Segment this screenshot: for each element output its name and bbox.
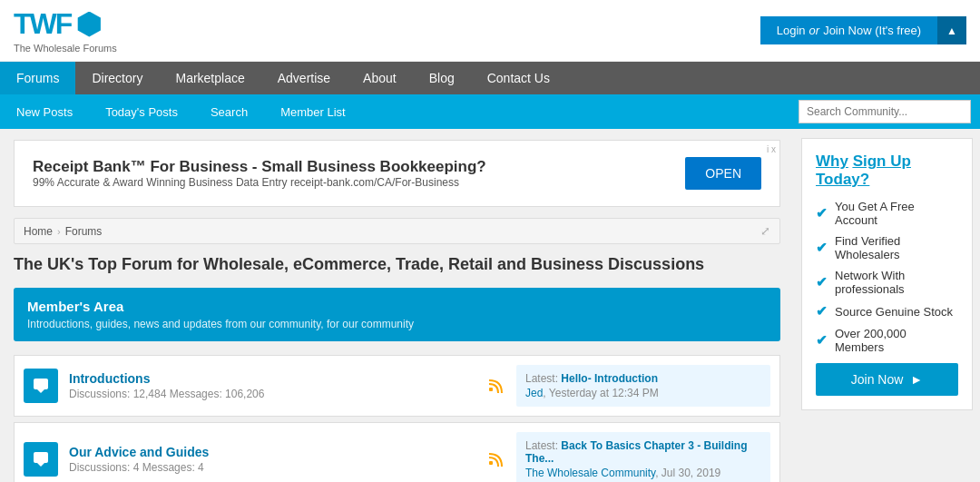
ad-desc: 99% Accurate & Award Winning Business Da… [33, 176, 486, 189]
forum-title-introductions[interactable]: Introductions [69, 371, 476, 386]
left-content: i x Receipt Bank™ For Business - Small B… [0, 129, 794, 482]
svg-rect-2 [489, 388, 493, 391]
sidebar: Why Sign Up Today? ✔ You Get A Free Acco… [794, 129, 980, 482]
benefit-label-2: Network With professionals [835, 269, 958, 296]
benefit-label-0: You Get A Free Account [835, 200, 958, 227]
forum-meta-introductions: Discussions: 12,484 Messages: 106,206 [69, 388, 476, 400]
check-icon-3: ✔ [816, 303, 828, 320]
members-area-desc: Introductions, guides, news and updates … [27, 318, 767, 330]
svg-marker-4 [37, 463, 44, 467]
check-icon-1: ✔ [816, 240, 828, 256]
benefit-3: ✔ Source Genuine Stock [816, 303, 958, 320]
latest-author-introductions[interactable]: Jed [525, 387, 543, 399]
main-content: i x Receipt Bank™ For Business - Small B… [0, 129, 980, 482]
subnav-todays-posts[interactable]: Today's Posts [89, 98, 194, 126]
login-area: Login or Join Now (It's free) ▲ [760, 16, 966, 44]
benefit-label-4: Over 200,000 Members [835, 327, 958, 354]
search-input[interactable] [799, 100, 971, 123]
benefit-2: ✔ Network With professionals [816, 269, 958, 296]
header: TWF The Wholesale Forums Login or Join N… [0, 0, 980, 62]
ad-corner[interactable]: i x [767, 144, 776, 154]
benefit-1: ✔ Find Verified Wholesalers [816, 234, 958, 261]
logo-hex-icon [76, 12, 102, 37]
forum-latest-guides: Latest: Back To Basics Chapter 3 - Build… [516, 432, 770, 482]
search-area [789, 94, 980, 129]
join-label: Join Now (It's free) [823, 24, 921, 37]
forum-row: Our Advice and Guides Discussions: 4 Mes… [14, 422, 780, 482]
ad-text: Receipt Bank™ For Business - Small Busin… [33, 158, 486, 189]
join-now-button[interactable]: Join Now ► [816, 363, 958, 396]
svg-rect-3 [34, 452, 48, 463]
ad-title: Receipt Bank™ For Business - Small Busin… [33, 158, 486, 176]
nav-item-directory[interactable]: Directory [75, 62, 159, 94]
check-icon-2: ✔ [816, 274, 828, 290]
ad-inner: Receipt Bank™ For Business - Small Busin… [15, 141, 779, 206]
nav-item-advertise[interactable]: Advertise [261, 62, 347, 94]
join-arrow-icon: ► [910, 372, 923, 387]
forum-row: Introductions Discussions: 12,484 Messag… [14, 355, 780, 417]
signup-why: Why [816, 152, 848, 170]
latest-author-guides[interactable]: The Wholesale Community [525, 467, 655, 479]
login-label: Login [777, 24, 806, 37]
latest-link-introductions[interactable]: Hello- Introduction [561, 372, 658, 385]
signup-headline: Why Sign Up Today? [816, 152, 958, 189]
ad-open-button[interactable]: OPEN [685, 157, 761, 190]
svg-rect-0 [34, 379, 48, 389]
rss-icon-guides[interactable] [487, 450, 505, 468]
benefit-label-1: Find Verified Wholesalers [835, 234, 958, 261]
subnav-new-posts[interactable]: New Posts [0, 98, 89, 126]
benefit-label-3: Source Genuine Stock [835, 305, 953, 319]
nav-item-contact[interactable]: Contact Us [471, 62, 566, 94]
benefit-0: ✔ You Get A Free Account [816, 200, 958, 227]
members-area: Member's Area Introductions, guides, new… [14, 288, 780, 341]
signup-box: Why Sign Up Today? ✔ You Get A Free Acco… [801, 138, 973, 410]
login-arrow-button[interactable]: ▲ [937, 16, 966, 44]
latest-time-guides: Jul 30, 2019 [662, 467, 720, 479]
subnav-search[interactable]: Search [194, 98, 264, 126]
svg-marker-1 [37, 389, 44, 393]
logo-subtitle: The Wholesale Forums [14, 43, 117, 54]
members-area-title: Member's Area [27, 299, 767, 314]
forum-icon-introductions [24, 369, 58, 403]
join-btn-label: Join Now [851, 372, 904, 387]
forum-info-guides: Our Advice and Guides Discussions: 4 Mes… [69, 445, 476, 474]
nav-item-blog[interactable]: Blog [413, 62, 471, 94]
breadcrumb-current: Forums [65, 225, 103, 238]
check-icon-0: ✔ [816, 205, 828, 221]
subnav-member-list[interactable]: Member List [264, 98, 362, 126]
logo-text: TWF [14, 7, 71, 41]
benefit-4: ✔ Over 200,000 Members [816, 327, 958, 354]
login-join-button[interactable]: Login or Join Now (It's free) [760, 16, 937, 44]
breadcrumb-expand-icon[interactable]: ⤢ [760, 224, 770, 238]
nav-item-marketplace[interactable]: Marketplace [159, 62, 260, 94]
breadcrumb-home[interactable]: Home [24, 225, 53, 238]
ad-banner: i x Receipt Bank™ For Business - Small B… [14, 140, 780, 207]
nav-item-about[interactable]: About [347, 62, 413, 94]
rss-icon-introductions[interactable] [487, 377, 505, 395]
forum-meta-guides: Discussions: 4 Messages: 4 [69, 461, 476, 474]
forum-info-introductions: Introductions Discussions: 12,484 Messag… [69, 371, 476, 400]
nav-bar: Forums Directory Marketplace Advertise A… [0, 62, 980, 94]
or-text: or [809, 24, 820, 37]
latest-time-introductions: Yesterday at 12:34 PM [549, 387, 659, 399]
sub-nav: New Posts Today's Posts Search Member Li… [0, 94, 980, 129]
svg-rect-5 [489, 461, 493, 465]
logo-area: TWF The Wholesale Forums [14, 7, 117, 54]
forum-latest-introductions: Latest: Hello- Introduction Jed, Yesterd… [516, 365, 770, 407]
forum-title-guides[interactable]: Our Advice and Guides [69, 445, 476, 459]
check-icon-4: ✔ [816, 332, 828, 349]
nav-item-forums[interactable]: Forums [0, 62, 75, 94]
breadcrumb-separator: › [57, 226, 61, 237]
breadcrumb: Home › Forums ⤢ [14, 218, 780, 244]
page-title: The UK's Top Forum for Wholesale, eComme… [14, 255, 780, 274]
forum-icon-guides [24, 442, 58, 477]
